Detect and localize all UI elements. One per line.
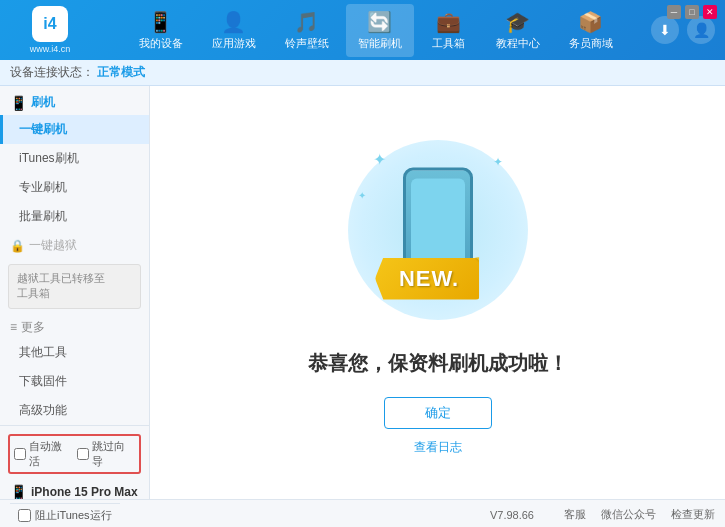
- device-phone-icon: 📱: [10, 484, 27, 499]
- sidebar-item-download-firmware[interactable]: 下载固件: [0, 367, 149, 396]
- device-section: 自动激活 跳过向导 📱 iPhone 15 Pro Max 512GB iPho…: [0, 425, 149, 499]
- nav-my-device[interactable]: 📱 我的设备: [127, 4, 195, 57]
- new-badge: NEW.: [375, 258, 479, 300]
- flash-section-icon: 📱: [10, 95, 27, 111]
- more-icon: ≡: [10, 320, 17, 334]
- lock-icon: 🔒: [10, 239, 25, 253]
- bottom-bar: 阻止iTunes运行 V7.98.66 客服 微信公众号 检查更新: [0, 499, 725, 527]
- version-label: V7.98.66: [490, 509, 534, 521]
- device-name: iPhone 15 Pro Max: [31, 485, 138, 499]
- link-check-update[interactable]: 检查更新: [671, 507, 715, 522]
- apps-label: 应用游戏: [212, 36, 256, 51]
- mode-prefix: 设备连接状态：: [10, 65, 94, 79]
- nav-apps[interactable]: 👤 应用游戏: [200, 4, 268, 57]
- auto-activate-input[interactable]: [14, 448, 26, 460]
- header-right: ⬇ 👤: [651, 16, 715, 44]
- smart-flash-label: 智能刷机: [358, 36, 402, 51]
- main-layout: 📱 刷机 一键刷机 iTunes刷机 专业刷机 批量刷机 🔒 一键越狱 越狱工具…: [0, 86, 725, 499]
- nav-bar: 📱 我的设备 👤 应用游戏 🎵 铃声壁纸 🔄 智能刷机 💼 工具箱 🎓 教程中心…: [100, 4, 651, 57]
- notice-text: 越狱工具已转移至工具箱: [17, 272, 105, 299]
- sidebar-section-flash: 📱 刷机: [0, 86, 149, 115]
- tutorial-icon: 🎓: [505, 10, 530, 34]
- toolbox-icon: 💼: [436, 10, 461, 34]
- logo-icon: i4: [32, 6, 68, 42]
- close-button[interactable]: ✕: [703, 5, 717, 19]
- link-customer-service[interactable]: 客服: [564, 507, 586, 522]
- auto-activate-row: 自动激活 跳过向导: [8, 434, 141, 474]
- sparkle-icon-2: ✦: [493, 155, 503, 169]
- content-area: ✦ ✦ ✦ NEW. 恭喜您，保资料刷机成功啦！ 确定 查看日志: [150, 86, 725, 499]
- nav-toolbox[interactable]: 💼 工具箱: [419, 4, 479, 57]
- nav-ringtones[interactable]: 🎵 铃声壁纸: [273, 4, 341, 57]
- user-button[interactable]: 👤: [687, 16, 715, 44]
- restore-label: 一键越狱: [29, 237, 77, 254]
- ringtones-label: 铃声壁纸: [285, 36, 329, 51]
- toolbox-label: 工具箱: [432, 36, 465, 51]
- more-label: 更多: [21, 319, 45, 336]
- smart-flash-icon: 🔄: [367, 10, 392, 34]
- tutorial-label: 教程中心: [496, 36, 540, 51]
- auto-activate-label: 自动激活: [29, 439, 73, 469]
- nav-smart-flash[interactable]: 🔄 智能刷机: [346, 4, 414, 57]
- guide-skip-label: 跳过向导: [92, 439, 136, 469]
- sidebar-item-advanced[interactable]: 高级功能: [0, 396, 149, 425]
- itunes-checkbox[interactable]: [18, 509, 31, 522]
- flash-section-label: 刷机: [31, 94, 55, 111]
- my-device-label: 我的设备: [139, 36, 183, 51]
- mode-value: 正常模式: [97, 65, 145, 79]
- logo-subtitle: www.i4.cn: [30, 44, 71, 54]
- auto-activate-checkbox[interactable]: 自动激活: [14, 439, 73, 469]
- sidebar-item-pro-flash[interactable]: 专业刷机: [0, 173, 149, 202]
- guide-skip-checkbox[interactable]: 跳过向导: [77, 439, 136, 469]
- apps-icon: 👤: [221, 10, 246, 34]
- notice-box: 越狱工具已转移至工具箱: [8, 264, 141, 309]
- bottom-links: 客服 微信公众号 检查更新: [564, 507, 715, 522]
- service-icon: 📦: [578, 10, 603, 34]
- ringtones-icon: 🎵: [294, 10, 319, 34]
- itunes-label: 阻止iTunes运行: [35, 508, 112, 523]
- sidebar-section-restore: 🔒 一键越狱: [0, 231, 149, 260]
- minimize-button[interactable]: ─: [667, 5, 681, 19]
- phone-illustration: ✦ ✦ ✦ NEW.: [338, 130, 538, 330]
- sidebar-item-itunes-flash[interactable]: iTunes刷机: [0, 144, 149, 173]
- service-label: 务员商域: [569, 36, 613, 51]
- itunes-row: 阻止iTunes运行: [10, 503, 120, 527]
- device-icon-row: 📱 iPhone 15 Pro Max: [10, 484, 139, 499]
- link-wechat[interactable]: 微信公众号: [601, 507, 656, 522]
- sidebar-section-more: ≡ 更多: [0, 313, 149, 338]
- confirm-button[interactable]: 确定: [384, 397, 492, 429]
- download-button[interactable]: ⬇: [651, 16, 679, 44]
- success-text: 恭喜您，保资料刷机成功啦！: [308, 350, 568, 377]
- sidebar-item-batch-flash[interactable]: 批量刷机: [0, 202, 149, 231]
- sidebar: 📱 刷机 一键刷机 iTunes刷机 专业刷机 批量刷机 🔒 一键越狱 越狱工具…: [0, 86, 150, 499]
- header: i4 www.i4.cn 📱 我的设备 👤 应用游戏 🎵 铃声壁纸 🔄 智能刷机…: [0, 0, 725, 60]
- sidebar-item-other-tools[interactable]: 其他工具: [0, 338, 149, 367]
- sidebar-item-one-click-flash[interactable]: 一键刷机: [0, 115, 149, 144]
- my-device-icon: 📱: [148, 10, 173, 34]
- device-info: 📱 iPhone 15 Pro Max 512GB iPhone: [8, 480, 141, 499]
- sparkle-icon-3: ✦: [358, 190, 366, 201]
- nav-service[interactable]: 📦 务员商域: [557, 4, 625, 57]
- nav-tutorial[interactable]: 🎓 教程中心: [484, 4, 552, 57]
- log-link[interactable]: 查看日志: [414, 439, 462, 456]
- logo-area: i4 www.i4.cn: [10, 6, 90, 54]
- sparkle-icon-1: ✦: [373, 150, 386, 169]
- guide-skip-input[interactable]: [77, 448, 89, 460]
- maximize-button[interactable]: □: [685, 5, 699, 19]
- window-controls: ─ □ ✕: [667, 5, 717, 19]
- mode-bar: 设备连接状态： 正常模式: [0, 60, 725, 86]
